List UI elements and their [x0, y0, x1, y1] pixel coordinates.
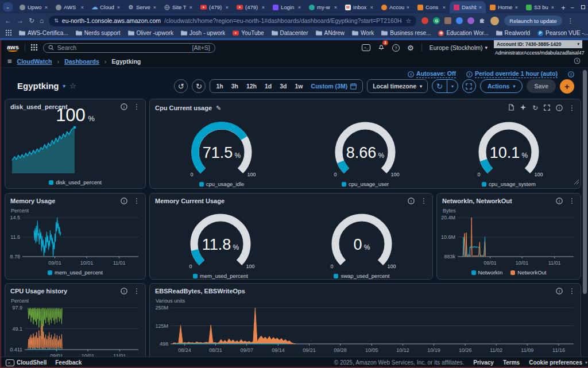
tab-close-icon[interactable]: × — [370, 5, 373, 10]
copy-icon[interactable] — [508, 103, 514, 113]
chevron-down-icon[interactable]: ▾ — [63, 83, 66, 89]
bookmark-youtube[interactable]: YouTube — [233, 30, 264, 36]
tab-close-icon[interactable]: × — [407, 5, 409, 10]
browser-tab-cons[interactable]: Cons× — [413, 1, 450, 13]
extension-icon[interactable] — [456, 17, 463, 24]
tab-close-icon[interactable]: × — [45, 5, 48, 10]
terms-link[interactable]: Terms — [503, 359, 520, 366]
legend-item[interactable]: mem_used_percent — [193, 273, 248, 279]
browser-tab-inbox[interactable]: MInbox× — [341, 1, 377, 13]
region-selector[interactable]: Europe (Stockholm) ▾ — [430, 44, 488, 51]
browser-tab-accou[interactable]: Accou× — [377, 1, 413, 13]
address-bar[interactable]: ⇅ eu-north-1.console.aws.amazon.com/clou… — [49, 16, 416, 26]
range-button-12h[interactable]: 12h — [242, 83, 261, 90]
tab-close-icon[interactable]: × — [262, 5, 265, 10]
breadcrumb-dashboards[interactable]: Dashboards — [64, 58, 99, 65]
bookmark-work[interactable]: Work — [352, 30, 374, 36]
aws-logo[interactable]: aws — [7, 44, 19, 52]
settings-gear-icon[interactable]: ⚙ — [407, 44, 414, 52]
relaunch-button[interactable]: Relaunch to update — [504, 16, 562, 26]
scrollbar-thumb[interactable] — [583, 70, 587, 294]
browser-tab-login[interactable]: Login× — [269, 1, 305, 13]
range-button-3d[interactable]: 3d — [276, 83, 291, 90]
legend-item[interactable]: NetworkIn — [471, 269, 503, 276]
help-icon[interactable]: ? — [392, 44, 400, 52]
resize-handle[interactable] — [574, 176, 579, 187]
apps-grid-icon[interactable] — [6, 30, 11, 37]
tab-close-icon[interactable]: × — [551, 5, 554, 10]
actions-button[interactable]: Actions ▾ — [480, 79, 523, 93]
privacy-link[interactable]: Privacy — [473, 359, 494, 366]
tab-close-icon[interactable]: × — [479, 5, 482, 10]
expand-icon[interactable] — [544, 103, 550, 113]
feedback-link[interactable]: Feedback — [55, 359, 82, 366]
browser-tab-site-t[interactable]: Site T× — [160, 1, 196, 13]
forward-icon[interactable]: → — [17, 17, 24, 25]
fullscreen-tiles-button[interactable] — [462, 79, 476, 93]
widget-menu-icon[interactable]: ⋮ — [568, 287, 575, 295]
info-icon[interactable]: i — [556, 197, 563, 204]
maximize-icon[interactable] — [581, 5, 585, 9]
site-settings-icon[interactable]: ⇅ — [54, 18, 59, 24]
info-icon[interactable]: i — [121, 288, 127, 295]
info-icon[interactable]: i — [408, 197, 415, 204]
browser-menu-icon[interactable]: ⋮ — [567, 17, 574, 25]
widget-menu-icon[interactable]: ⋮ — [568, 104, 575, 112]
browser-tab-dashb[interactable]: Dashb× — [450, 1, 486, 13]
cloudshell-icon[interactable]: >_ — [362, 44, 370, 51]
timezone-select[interactable]: Local timezone ▾ — [367, 79, 428, 93]
extension-icon[interactable] — [421, 17, 428, 24]
info-icon[interactable]: i — [121, 197, 127, 204]
tab-close-icon[interactable]: × — [515, 5, 518, 10]
range-button-1d[interactable]: 1d — [261, 83, 276, 90]
period-override[interactable]: i Period override 1 hour (auto) — [466, 70, 558, 78]
profile-avatar[interactable] — [490, 17, 499, 25]
tab-close-icon[interactable]: × — [443, 5, 446, 10]
legend-item[interactable]: disk_used_percent — [49, 179, 102, 185]
home-icon[interactable]: ⌂ — [40, 17, 44, 25]
legend-item[interactable]: mem_used_percent — [48, 269, 103, 276]
extension-icon[interactable] — [467, 17, 474, 24]
scrollbar[interactable] — [582, 68, 588, 357]
tab-close-icon[interactable]: × — [153, 5, 156, 10]
tab-close-icon[interactable]: × — [189, 5, 192, 10]
cookie-preferences-link[interactable]: Cookie preferences — [529, 359, 582, 366]
bookmark-josh-upwork[interactable]: Josh - upwork — [181, 30, 225, 36]
extension-icon[interactable] — [444, 17, 451, 24]
legend-item[interactable]: cpu_usage_system — [482, 181, 536, 187]
tab-close-icon[interactable]: × — [298, 5, 301, 10]
tab-search-icon[interactable]: ⌄ — [3, 2, 13, 11]
autosave-toggle[interactable]: i Autosave: Off — [408, 70, 456, 78]
refresh-icon[interactable]: ↻ — [532, 104, 538, 112]
info-icon[interactable]: i — [556, 104, 563, 111]
reload-icon[interactable]: ↻ — [29, 17, 34, 25]
browser-tab-aws[interactable]: AWS× — [52, 1, 88, 13]
bookmark-pearson-vue-[interactable]: PPearson VUE -... — [537, 30, 588, 36]
bookmark-aws-certifica-[interactable]: AWS-Certifica... — [19, 30, 68, 36]
back-icon[interactable]: ← — [5, 17, 11, 25]
range-button-3h[interactable]: 3h — [227, 83, 242, 90]
tab-close-icon[interactable]: × — [81, 5, 84, 10]
cloudshell-footer-button[interactable]: >_ CloudShell — [6, 359, 47, 366]
browser-tab--479-[interactable]: (479)× — [196, 1, 233, 13]
browser-tab-s3-bu[interactable]: S3 bu× — [522, 1, 558, 13]
new-tab-button[interactable]: + — [558, 2, 568, 13]
bookmark-oliver-upwork[interactable]: Oliver -upwork — [128, 30, 173, 36]
extension-icon[interactable] — [479, 16, 485, 26]
widget-menu-icon[interactable]: ⋮ — [420, 197, 427, 205]
notifications-bell[interactable]: 3 — [378, 42, 385, 53]
widget-menu-icon[interactable]: ⋮ — [568, 197, 575, 205]
legend-item[interactable]: NetworkOut — [510, 269, 546, 276]
save-button[interactable]: Save — [527, 79, 556, 93]
bookmark-business-rese-[interactable]: Business rese... — [381, 30, 431, 36]
bookmark-realworld[interactable]: Realworld — [496, 30, 530, 36]
undo-button[interactable]: ↺ — [174, 79, 188, 93]
range-button-1w[interactable]: 1w — [291, 83, 307, 90]
tab-close-icon[interactable]: × — [226, 5, 229, 10]
browser-tab-home[interactable]: Home× — [486, 1, 522, 13]
console-search-input[interactable]: Search [Alt+S] — [43, 43, 215, 53]
bookmark-nerds-support[interactable]: Nerds support — [76, 30, 121, 36]
browser-tab-my-w[interactable]: my-w× — [305, 1, 341, 13]
minimize-icon[interactable]: – — [571, 4, 574, 10]
favorite-star-icon[interactable]: ☆ — [69, 82, 76, 90]
